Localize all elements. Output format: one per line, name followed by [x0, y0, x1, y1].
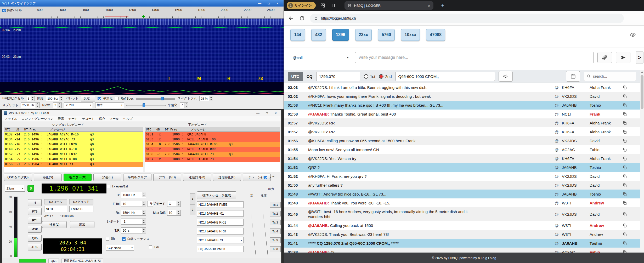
- menu-item[interactable]: 表示: [58, 117, 64, 121]
- mode-button[interactable]: FT8: [28, 208, 42, 215]
- band-select[interactable]: 23cm▾: [5, 185, 25, 192]
- chat-callsign[interactable]: JA6AHB: [562, 103, 590, 107]
- action-button[interactable]: 送信許可(n): [183, 174, 211, 181]
- copy-icon[interactable]: [623, 223, 627, 228]
- mode-button[interactable]: Q65: [28, 235, 42, 242]
- mention-select[interactable]: @call▾: [290, 52, 351, 63]
- copy-icon[interactable]: [623, 174, 627, 179]
- scrollbar[interactable]: [640, 70, 644, 253]
- tx-freq-spinner[interactable]: 1000 Hz: [121, 192, 146, 198]
- decode-line[interactable]: 0156 -1 2.6 1504 : JA6AHB NC1I 73 q3: [145, 152, 280, 157]
- copy-icon[interactable]: [623, 103, 627, 107]
- signin-button[interactable]: サインイン: [287, 2, 316, 9]
- mode-button[interactable]: H: [28, 199, 42, 206]
- tx5-next-radio[interactable]: [255, 250, 256, 255]
- band-button[interactable]: 10xxx: [401, 29, 420, 41]
- close-icon[interactable]: ×: [272, 111, 280, 116]
- action-button[interactable]: 消去(E): [93, 174, 121, 181]
- decode-line[interactable]: 0157 Tx 1000 : NC1I JA6AHB 73: [145, 157, 280, 162]
- tx6-button[interactable]: Tx 6: [270, 246, 281, 252]
- tab-close-icon[interactable]: ×: [428, 3, 430, 8]
- mention-button[interactable]: @: [551, 241, 562, 245]
- tx2-send-radio[interactable]: [264, 223, 264, 228]
- mention-button[interactable]: @: [551, 223, 562, 228]
- mention-button[interactable]: @: [551, 174, 562, 179]
- mention-button[interactable]: @: [551, 183, 562, 187]
- menu-item[interactable]: ヘルプ: [123, 117, 133, 121]
- chat-row[interactable]: 01:48 @JA6AHB: Thank you. You were -20, …: [284, 198, 640, 207]
- chat-callsign[interactable]: VK2JDS: [562, 183, 590, 187]
- decode-line[interactable]: 0154 0 2.6 1506 : JA6AHB NC1I R+00 q3: [145, 142, 280, 147]
- vertical-tabs-icon[interactable]: [330, 3, 336, 8]
- smooth-spinner[interactable]: 7: [180, 102, 188, 108]
- chat-callsign[interactable]: JA6AHB: [562, 192, 590, 196]
- chat-row[interactable]: 01:57 @VK2JDS: RR @ KH6FA Aloha Frank: [284, 118, 640, 127]
- send-button[interactable]: [616, 52, 630, 63]
- mention-button[interactable]: @: [551, 165, 562, 170]
- tx-message-field[interactable]: NC1I JA6AHB R-01: [197, 219, 244, 226]
- chat-row[interactable]: 01:44 @JA6AHB: Calling you back at 1500 …: [284, 221, 640, 230]
- address-bar[interactable]: https://logger.hb9q.ch: [310, 14, 624, 23]
- copy-icon[interactable]: [623, 147, 627, 152]
- action-button[interactable]: 送信停止(H): [213, 174, 241, 181]
- decode-line[interactable]: 0155 Tx 1000 : NC1I JA6AHB RRR: [145, 147, 280, 152]
- action-button[interactable]: デコード(D): [153, 174, 181, 181]
- ftol-spinner[interactable]: 10: [121, 201, 146, 207]
- max-drift-spinner[interactable]: 10: [167, 210, 181, 216]
- mention-button[interactable]: @: [551, 121, 562, 125]
- chat-row[interactable]: 01:48 @W3TI: Andrew tnx nice qso, B-16..…: [284, 190, 640, 198]
- band-button[interactable]: 5760: [378, 29, 395, 41]
- new-tab-icon[interactable]: +: [441, 3, 444, 9]
- bins-spinner[interactable]: 3: [26, 96, 35, 101]
- navg-spinner[interactable]: 2: [53, 102, 61, 108]
- widegraph-titlebar[interactable]: WSJT-X - ワイドグラフ — □ ×: [0, 0, 284, 7]
- wsjtx-titlebar[interactable]: WSJT-X v2.6.1 by K1JT et al. — □ ×: [2, 110, 281, 116]
- mode-button[interactable]: MSK: [28, 226, 42, 233]
- decode-line[interactable]: 0148 -15 2.6 1496 : JA6AHB W3TI R-18 q3: [4, 147, 143, 152]
- search-box[interactable]: [584, 72, 636, 81]
- scroll-up-arrow[interactable]: [640, 70, 644, 74]
- chat-callsign[interactable]: KH6FA: [562, 130, 590, 134]
- menu-item[interactable]: ツール: [109, 117, 119, 121]
- tx3-next-radio[interactable]: [253, 232, 253, 237]
- tx-message-combo[interactable]: NC1I JA6AHB 73▾: [197, 237, 244, 243]
- chat-row[interactable]: 01:46 @W3TI: best -16 here Andrew, very …: [284, 207, 640, 221]
- chat-row[interactable]: 01:58 @JA6AHB: Thanks Toshio. Great sign…: [284, 110, 640, 118]
- spectrum-pct-spinner[interactable]: 25 %: [199, 96, 213, 101]
- tx-message-field[interactable]: CQ JA6AHB PM53: [197, 246, 244, 252]
- copy-icon[interactable]: [623, 156, 627, 161]
- decode-line[interactable]: 0156 -1 2.6 1504 : JA6AHB NC1I 73 q3: [4, 162, 143, 167]
- chat-callsign[interactable]: KH6FA: [562, 121, 590, 125]
- submode-spinner[interactable]: C: [167, 201, 181, 207]
- zero-slider[interactable]: [126, 103, 166, 107]
- decode-line[interactable]: 0151 Tx 1000 : QRZ JA6AHB: [145, 132, 280, 137]
- copy-icon[interactable]: [623, 130, 627, 134]
- tx-message-field[interactable]: NC1I JA6AHB -01: [197, 210, 244, 217]
- tx1-next-radio[interactable]: [251, 214, 251, 219]
- tx2-button[interactable]: Tx 2: [270, 211, 281, 216]
- band-button[interactable]: 23xx: [355, 29, 372, 41]
- tx1-send-radio[interactable]: [263, 214, 263, 219]
- palette-select[interactable]: YL2KF▾: [64, 102, 93, 108]
- decode-line[interactable]: 0134 -24 2.6 1496 : JA6AHB AC2AC 73 q3: [4, 137, 143, 142]
- chat-callsign[interactable]: W3TI: [562, 223, 590, 228]
- scroll-thumb[interactable]: [641, 75, 643, 109]
- announce-button[interactable]: [499, 71, 513, 82]
- mention-button[interactable]: @: [551, 112, 562, 116]
- search-input[interactable]: [593, 74, 627, 78]
- minimize-icon[interactable]: —: [254, 111, 262, 116]
- menu-checkbox[interactable]: [264, 176, 267, 179]
- chat-callsign[interactable]: VK2JDS: [562, 174, 590, 179]
- adjust-button[interactable]: 設定...: [81, 96, 95, 101]
- menu-item[interactable]: ファイル: [4, 117, 17, 121]
- maximize-icon[interactable]: □: [263, 111, 271, 116]
- cq-mode-input[interactable]: [396, 72, 495, 81]
- back-icon[interactable]: [288, 15, 294, 21]
- copy-icon[interactable]: [623, 241, 627, 245]
- tx4-next-radio[interactable]: [254, 241, 255, 246]
- chat-row[interactable]: 02:02 @KH6FA: hows your aiming there Fra…: [284, 92, 640, 101]
- panel-expand-handle[interactable]: >: [636, 51, 643, 64]
- sh-checkbox[interactable]: [106, 237, 109, 241]
- copy-icon[interactable]: [623, 192, 627, 196]
- chat-callsign[interactable]: W3TI: [562, 232, 590, 237]
